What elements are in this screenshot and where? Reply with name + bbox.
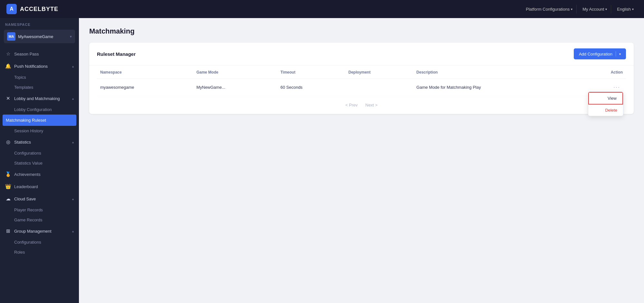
sidebar-item-session-history[interactable]: Session History [0,126,79,136]
cell-action: ··· View Delete [582,79,626,96]
sidebar-item-lobby-configuration[interactable]: Lobby Configuration [0,105,79,115]
sidebar-item-label: Matchmaking Ruleset [6,118,46,123]
card-header: Ruleset Manager Add Configuration ▾ [89,43,634,66]
add-configuration-button[interactable]: Add Configuration ▾ [574,48,626,59]
cell-namespace: myawesomegame [97,79,193,96]
language-button[interactable]: English ▾ [613,5,638,14]
sidebar-item-label: Push Notifications [14,64,48,69]
bell-icon: 🔔 [5,63,11,69]
cell-deployment [345,79,413,96]
cell-description: Game Mode for Matchmaking Play [413,79,582,96]
sidebar-item-gm-configurations[interactable]: Configurations [0,237,79,247]
ruleset-table: Namespace Game Mode Timeout Deployment D… [97,66,626,96]
sidebar-item-topics[interactable]: Topics [0,72,79,82]
ruleset-manager-card: Ruleset Manager Add Configuration ▾ Name… [89,43,634,114]
achievements-icon: 🏅 [5,171,11,177]
logo-icon: A [6,4,17,14]
cell-game-mode: MyNewGame... [193,79,277,96]
card-title: Ruleset Manager [97,51,136,57]
chevron-up-icon: ▴ [72,229,74,233]
sidebar-item-matchmaking-ruleset[interactable]: Matchmaking Ruleset [3,115,76,126]
sidebar-item-configurations[interactable]: Configurations [0,148,79,158]
sidebar-item-achievements[interactable]: 🏅 Achievements [0,168,79,180]
chevron-up-icon: ▴ [72,97,74,100]
action-dropdown: View Delete [588,92,623,116]
lobby-icon: ✕ [5,96,11,101]
leaderboard-icon: 👑 [5,184,11,189]
chevron-down-icon: ▾ [619,52,621,56]
sidebar-item-label: Lobby and Matchmaking [14,96,60,101]
table-header-row: Namespace Game Mode Timeout Deployment D… [97,66,626,79]
topnav: A ACCELBYTE Platform Configurations ▾ My… [0,0,644,18]
sidebar-item-game-records[interactable]: Game Records [0,215,79,225]
sidebar-item-label: Leaderboard [14,184,38,189]
topnav-left: A ACCELBYTE [6,4,58,14]
my-account-button[interactable]: My Account ▾ [579,5,611,14]
platform-configurations-button[interactable]: Platform Configurations ▾ [522,5,577,14]
col-action: Action [582,66,626,79]
col-deployment: Deployment [345,66,413,79]
next-button[interactable]: Next > [363,101,380,109]
sidebar-item-label: Group Management [14,229,52,234]
sidebar-item-label: Season Pass [14,52,39,56]
sidebar-item-group-management[interactable]: ⊞ Group Management ▴ [0,225,79,237]
sidebar-item-push-notifications[interactable]: 🔔 Push Notifications ▴ [0,60,79,72]
page-title: Matchmaking [89,27,634,35]
chevron-down-icon: ▾ [632,7,634,11]
layout: NAMESPACE MA MyAwesomeGame ▾ ☆ Season Pa… [0,18,644,303]
col-namespace: Namespace [97,66,193,79]
sidebar-item-player-records[interactable]: Player Records [0,205,79,215]
group-management-icon: ⊞ [5,228,11,234]
sidebar-item-label: Cloud Save [14,197,36,201]
chevron-up-icon: ▴ [72,65,74,68]
col-game-mode: Game Mode [193,66,277,79]
statistics-icon: ◎ [5,139,11,145]
cell-timeout: 60 Seconds [277,79,345,96]
sidebar-item-season-pass[interactable]: ☆ Season Pass [0,48,79,60]
action-view-button[interactable]: View [588,92,623,105]
chevron-down-icon: ▾ [70,35,72,39]
chevron-up-icon: ▴ [72,140,74,144]
action-delete-button[interactable]: Delete [588,105,623,116]
sidebar-item-label: Achievements [14,172,41,177]
sidebar-item-statistics[interactable]: ◎ Statistics ▴ [0,136,79,148]
sidebar-item-label: Statistics [14,140,31,145]
season-pass-icon: ☆ [5,51,11,57]
sidebar-item-roles[interactable]: Roles [0,247,79,257]
chevron-down-icon: ▾ [605,7,607,11]
sidebar-item-leaderboard[interactable]: 👑 Leaderboard [0,180,79,193]
sidebar-item-lobby-matchmaking[interactable]: ✕ Lobby and Matchmaking ▴ [0,92,79,105]
table-wrap: Namespace Game Mode Timeout Deployment D… [89,66,634,96]
sidebar-item-cloud-save[interactable]: ☁ Cloud Save ▴ [0,193,79,205]
col-timeout: Timeout [277,66,345,79]
pagination: < Prev Next > [89,96,634,114]
namespace-dropdown[interactable]: MA MyAwesomeGame ▾ [4,30,75,43]
prev-button[interactable]: < Prev [343,101,360,109]
col-description: Description [413,66,582,79]
main-content: Matchmaking Ruleset Manager Add Configur… [79,18,644,303]
namespace-label: NAMESPACE [0,18,79,30]
table-row: myawesomegame MyNewGame... 60 Seconds Ga… [97,79,626,96]
namespace-avatar: MA [7,32,15,41]
logo-text: ACCELBYTE [20,6,58,13]
button-divider [616,51,616,56]
cloud-icon: ☁ [5,196,11,202]
topnav-right: Platform Configurations ▾ My Account ▾ E… [522,5,638,14]
namespace-name: MyAwesomeGame [18,34,67,39]
chevron-up-icon: ▴ [72,197,74,201]
chevron-down-icon: ▾ [571,7,572,11]
sidebar: NAMESPACE MA MyAwesomeGame ▾ ☆ Season Pa… [0,18,79,303]
action-menu-button[interactable]: ··· [611,83,623,91]
sidebar-item-templates[interactable]: Templates [0,82,79,92]
sidebar-item-statistics-value[interactable]: Statistics Value [0,158,79,168]
